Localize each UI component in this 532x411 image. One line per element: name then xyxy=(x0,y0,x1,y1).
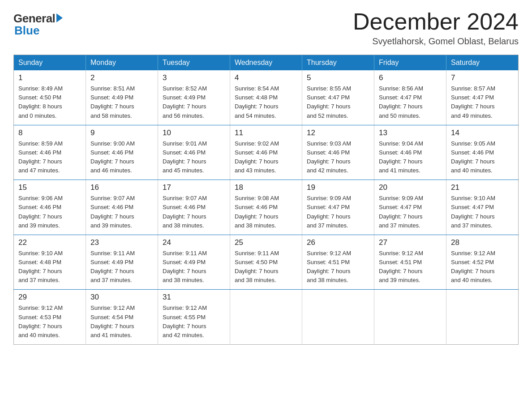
day-info: Sunrise: 9:12 AMSunset: 4:53 PMDaylight:… xyxy=(18,304,81,340)
calendar-week-row: 29Sunrise: 9:12 AMSunset: 4:53 PMDayligh… xyxy=(14,290,519,345)
calendar-day-cell: 27Sunrise: 9:12 AMSunset: 4:51 PMDayligh… xyxy=(374,235,446,290)
calendar-day-cell: 1Sunrise: 8:49 AMSunset: 4:50 PMDaylight… xyxy=(14,70,86,125)
calendar-day-cell: 3Sunrise: 8:52 AMSunset: 4:49 PMDaylight… xyxy=(158,70,230,125)
day-info: Sunrise: 9:12 AMSunset: 4:51 PMDaylight:… xyxy=(379,249,442,285)
day-number: 19 xyxy=(307,183,369,192)
day-info: Sunrise: 9:03 AMSunset: 4:46 PMDaylight:… xyxy=(307,139,369,176)
calendar-day-cell: 8Sunrise: 8:59 AMSunset: 4:46 PMDaylight… xyxy=(14,125,86,180)
day-info: Sunrise: 9:10 AMSunset: 4:47 PMDaylight:… xyxy=(451,194,514,230)
weekday-header-friday: Friday xyxy=(374,55,446,71)
day-number: 29 xyxy=(18,293,81,302)
calendar-day-cell: 10Sunrise: 9:01 AMSunset: 4:46 PMDayligh… xyxy=(158,125,230,180)
day-number: 25 xyxy=(235,238,297,247)
day-number: 18 xyxy=(235,183,297,192)
weekday-header-sunday: Sunday xyxy=(14,55,86,71)
logo: General Blue xyxy=(13,9,63,38)
day-number: 30 xyxy=(90,293,153,302)
day-info: Sunrise: 9:09 AMSunset: 4:47 PMDaylight:… xyxy=(379,194,442,230)
calendar-day-cell: 29Sunrise: 9:12 AMSunset: 4:53 PMDayligh… xyxy=(14,290,86,345)
calendar-day-cell: 2Sunrise: 8:51 AMSunset: 4:49 PMDaylight… xyxy=(86,70,158,125)
calendar-day-cell: 24Sunrise: 9:11 AMSunset: 4:49 PMDayligh… xyxy=(158,235,230,290)
weekday-header-tuesday: Tuesday xyxy=(158,55,230,71)
calendar-day-cell: 19Sunrise: 9:09 AMSunset: 4:47 PMDayligh… xyxy=(302,180,374,235)
calendar-day-cell: 11Sunrise: 9:02 AMSunset: 4:46 PMDayligh… xyxy=(230,125,302,180)
day-number: 10 xyxy=(163,128,225,137)
day-info: Sunrise: 8:49 AMSunset: 4:50 PMDaylight:… xyxy=(18,84,81,120)
logo-arrow-icon xyxy=(56,13,63,22)
day-number: 14 xyxy=(451,128,514,137)
day-number: 2 xyxy=(90,73,153,82)
day-info: Sunrise: 9:10 AMSunset: 4:48 PMDaylight:… xyxy=(18,249,81,285)
weekday-header-wednesday: Wednesday xyxy=(230,55,302,71)
day-info: Sunrise: 9:01 AMSunset: 4:46 PMDaylight:… xyxy=(163,139,225,176)
logo-blue-text: Blue xyxy=(14,24,39,38)
day-info: Sunrise: 9:04 AMSunset: 4:46 PMDaylight:… xyxy=(379,139,442,176)
day-number: 13 xyxy=(379,128,442,137)
day-info: Sunrise: 9:05 AMSunset: 4:46 PMDaylight:… xyxy=(451,139,514,176)
day-info: Sunrise: 9:11 AMSunset: 4:50 PMDaylight:… xyxy=(235,249,297,285)
day-info: Sunrise: 9:08 AMSunset: 4:46 PMDaylight:… xyxy=(235,194,297,230)
calendar-day-cell: 14Sunrise: 9:05 AMSunset: 4:46 PMDayligh… xyxy=(446,125,519,180)
calendar-week-row: 22Sunrise: 9:10 AMSunset: 4:48 PMDayligh… xyxy=(14,235,519,290)
day-number: 7 xyxy=(451,73,514,82)
day-number: 20 xyxy=(379,183,442,192)
calendar-table: SundayMondayTuesdayWednesdayThursdayFrid… xyxy=(13,55,519,345)
location-title: Svyetlahorsk, Gomel Oblast, Belarus xyxy=(353,36,519,47)
calendar-week-row: 8Sunrise: 8:59 AMSunset: 4:46 PMDaylight… xyxy=(14,125,519,180)
day-info: Sunrise: 9:12 AMSunset: 4:52 PMDaylight:… xyxy=(451,249,514,285)
calendar-day-cell: 7Sunrise: 8:57 AMSunset: 4:47 PMDaylight… xyxy=(446,70,519,125)
calendar-day-cell: 16Sunrise: 9:07 AMSunset: 4:46 PMDayligh… xyxy=(86,180,158,235)
calendar-day-cell: 26Sunrise: 9:12 AMSunset: 4:51 PMDayligh… xyxy=(302,235,374,290)
calendar-day-cell: 23Sunrise: 9:11 AMSunset: 4:49 PMDayligh… xyxy=(86,235,158,290)
day-number: 28 xyxy=(451,238,514,247)
weekday-header-thursday: Thursday xyxy=(302,55,374,71)
calendar-day-cell xyxy=(374,290,446,345)
calendar-day-cell: 30Sunrise: 9:12 AMSunset: 4:54 PMDayligh… xyxy=(86,290,158,345)
day-info: Sunrise: 9:11 AMSunset: 4:49 PMDaylight:… xyxy=(90,249,153,285)
day-info: Sunrise: 9:06 AMSunset: 4:46 PMDaylight:… xyxy=(18,194,81,230)
calendar-day-cell: 13Sunrise: 9:04 AMSunset: 4:46 PMDayligh… xyxy=(374,125,446,180)
day-info: Sunrise: 9:12 AMSunset: 4:51 PMDaylight:… xyxy=(307,249,369,285)
calendar-day-cell: 12Sunrise: 9:03 AMSunset: 4:46 PMDayligh… xyxy=(302,125,374,180)
day-number: 24 xyxy=(163,238,225,247)
day-number: 31 xyxy=(163,293,225,302)
calendar-day-cell: 4Sunrise: 8:54 AMSunset: 4:48 PMDaylight… xyxy=(230,70,302,125)
day-number: 12 xyxy=(307,128,369,137)
day-info: Sunrise: 8:57 AMSunset: 4:47 PMDaylight:… xyxy=(451,84,514,120)
day-number: 4 xyxy=(235,73,297,82)
day-info: Sunrise: 8:54 AMSunset: 4:48 PMDaylight:… xyxy=(235,84,297,120)
day-number: 3 xyxy=(163,73,225,82)
day-number: 22 xyxy=(18,238,81,247)
day-info: Sunrise: 8:56 AMSunset: 4:47 PMDaylight:… xyxy=(379,84,442,120)
calendar-day-cell: 15Sunrise: 9:06 AMSunset: 4:46 PMDayligh… xyxy=(14,180,86,235)
page-header: General Blue December 2024 Svyetlahorsk,… xyxy=(13,9,519,47)
month-title: December 2024 xyxy=(353,9,519,34)
day-number: 23 xyxy=(90,238,153,247)
day-number: 16 xyxy=(90,183,153,192)
day-info: Sunrise: 9:12 AMSunset: 4:54 PMDaylight:… xyxy=(90,304,153,340)
day-number: 26 xyxy=(307,238,369,247)
day-info: Sunrise: 9:02 AMSunset: 4:46 PMDaylight:… xyxy=(235,139,297,176)
calendar-day-cell: 5Sunrise: 8:55 AMSunset: 4:47 PMDaylight… xyxy=(302,70,374,125)
calendar-week-row: 15Sunrise: 9:06 AMSunset: 4:46 PMDayligh… xyxy=(14,180,519,235)
day-info: Sunrise: 9:00 AMSunset: 4:46 PMDaylight:… xyxy=(90,139,153,176)
day-number: 5 xyxy=(307,73,369,82)
calendar-day-cell: 21Sunrise: 9:10 AMSunset: 4:47 PMDayligh… xyxy=(446,180,519,235)
calendar-day-cell xyxy=(446,290,519,345)
calendar-day-cell: 31Sunrise: 9:12 AMSunset: 4:55 PMDayligh… xyxy=(158,290,230,345)
day-number: 11 xyxy=(235,128,297,137)
day-info: Sunrise: 8:55 AMSunset: 4:47 PMDaylight:… xyxy=(307,84,369,120)
day-number: 1 xyxy=(18,73,81,82)
day-info: Sunrise: 8:51 AMSunset: 4:49 PMDaylight:… xyxy=(90,84,153,120)
day-info: Sunrise: 9:11 AMSunset: 4:49 PMDaylight:… xyxy=(163,249,225,285)
weekday-header-saturday: Saturday xyxy=(446,55,519,71)
day-number: 9 xyxy=(90,128,153,137)
calendar-day-cell: 17Sunrise: 9:07 AMSunset: 4:46 PMDayligh… xyxy=(158,180,230,235)
calendar-day-cell: 22Sunrise: 9:10 AMSunset: 4:48 PMDayligh… xyxy=(14,235,86,290)
calendar-day-cell: 20Sunrise: 9:09 AMSunset: 4:47 PMDayligh… xyxy=(374,180,446,235)
calendar-day-cell: 6Sunrise: 8:56 AMSunset: 4:47 PMDaylight… xyxy=(374,70,446,125)
day-info: Sunrise: 9:12 AMSunset: 4:55 PMDaylight:… xyxy=(163,304,225,340)
title-area: December 2024 Svyetlahorsk, Gomel Oblast… xyxy=(353,9,519,47)
day-info: Sunrise: 8:52 AMSunset: 4:49 PMDaylight:… xyxy=(163,84,225,120)
day-info: Sunrise: 9:09 AMSunset: 4:47 PMDaylight:… xyxy=(307,194,369,230)
